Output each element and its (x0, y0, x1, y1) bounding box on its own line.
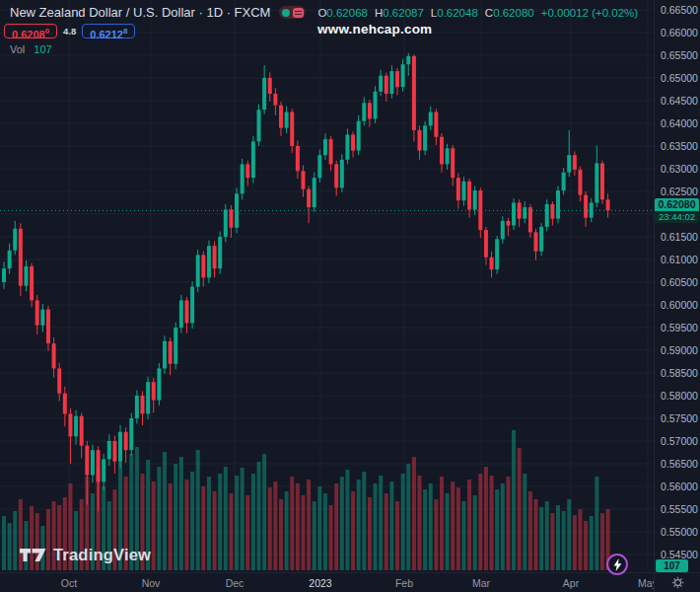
ask-price: 0.6212 (90, 29, 123, 40)
buy-ask-button[interactable]: 0.62128 (82, 24, 135, 38)
symbol-title[interactable]: New Zealand Dollar / U.S. Dollar · 1D · … (10, 5, 270, 20)
price-tick: 0.56000 (661, 481, 698, 492)
watermark-text: www.nehcap.com (317, 22, 432, 37)
price-tick: 0.64000 (661, 117, 698, 129)
chart-legend: New Zealand Dollar / U.S. Dollar · 1D · … (10, 5, 638, 20)
data-feed-icon (293, 8, 304, 18)
market-open-dot-icon (282, 9, 290, 17)
price-tick: 0.55000 (661, 526, 698, 538)
price-tick: 0.59500 (661, 322, 698, 333)
time-tick: Oct (61, 577, 77, 589)
price-tick: 0.61500 (661, 231, 698, 243)
high-value: 0.62087 (383, 7, 424, 19)
price-tick: 0.66000 (661, 27, 698, 38)
spread-value: 4.8 (63, 26, 76, 37)
price-tick: 0.58500 (661, 367, 698, 379)
price-tick: 0.65500 (661, 49, 698, 61)
price-tick: 0.57500 (661, 412, 698, 424)
bid-price-pip: 0 (45, 27, 49, 36)
time-tick: Mar (472, 577, 490, 589)
close-label: C (485, 7, 493, 19)
volume-label: Vol (10, 43, 25, 55)
lightning-bolt-icon (613, 558, 622, 571)
time-tick: 2023 (309, 577, 331, 589)
time-tick: Feb (395, 577, 413, 589)
market-status-toggle[interactable] (279, 6, 306, 19)
price-tick: 0.66500 (661, 4, 698, 16)
volume-legend: Vol 107 (10, 43, 52, 55)
change-value: +0.00012 (+0.02%) (541, 7, 638, 19)
time-tick: Nov (142, 577, 161, 589)
price-axis[interactable]: 0.665000.660000.655000.650000.645000.640… (654, 0, 700, 572)
price-tick: 0.60000 (661, 299, 698, 311)
trading-chart-app: 0.665000.660000.655000.650000.645000.640… (0, 0, 700, 592)
current-price-label: 0.62080 23:44:02 (655, 198, 699, 223)
low-value: 0.62048 (437, 7, 478, 19)
time-axis[interactable]: OctNovDec2023FebMarAprMay (0, 572, 654, 592)
price-tick: 0.58000 (661, 390, 698, 402)
ohlc-values: O0.62068 H0.62087 L0.62048 C0.62080 +0.0… (317, 7, 638, 19)
tradingview-logo-text: TradingView (53, 546, 151, 564)
bar-countdown: 23:44:02 (655, 211, 699, 223)
price-tick: 0.59000 (661, 344, 698, 356)
bid-price: 0.6208 (12, 29, 45, 40)
price-tick: 0.61000 (661, 254, 698, 265)
open-value: 0.62068 (326, 7, 368, 19)
price-tick: 0.57000 (661, 435, 698, 447)
price-tick: 0.64500 (661, 95, 698, 107)
price-tick: 0.63500 (661, 140, 698, 152)
sell-bid-button[interactable]: 0.62080 (4, 24, 57, 38)
price-tick: 0.60500 (661, 276, 698, 288)
volume-value: 107 (34, 43, 51, 55)
volume-axis-label: 107 (656, 559, 688, 572)
price-tick: 0.62500 (661, 185, 698, 197)
tradingview-logo[interactable]: TradingView (20, 546, 151, 564)
price-tick: 0.65000 (661, 72, 698, 84)
current-price-value: 0.62080 (655, 198, 699, 211)
price-tick: 0.63000 (661, 163, 698, 175)
time-tick: Apr (563, 577, 579, 589)
ask-price-pip: 8 (123, 27, 127, 36)
axis-corner (654, 572, 700, 592)
time-tick: Dec (226, 577, 245, 589)
tradingview-mark-icon (20, 549, 46, 562)
bid-ask-panel: 0.62080 4.8 0.62128 (4, 24, 135, 38)
high-label: H (375, 7, 383, 19)
settings-gear-icon[interactable] (671, 576, 684, 589)
price-tick: 0.55500 (661, 503, 698, 515)
close-value: 0.62080 (493, 7, 534, 19)
instant-order-button[interactable] (606, 554, 628, 575)
price-tick: 0.56500 (661, 458, 698, 470)
candlestick-chart[interactable] (0, 0, 654, 570)
